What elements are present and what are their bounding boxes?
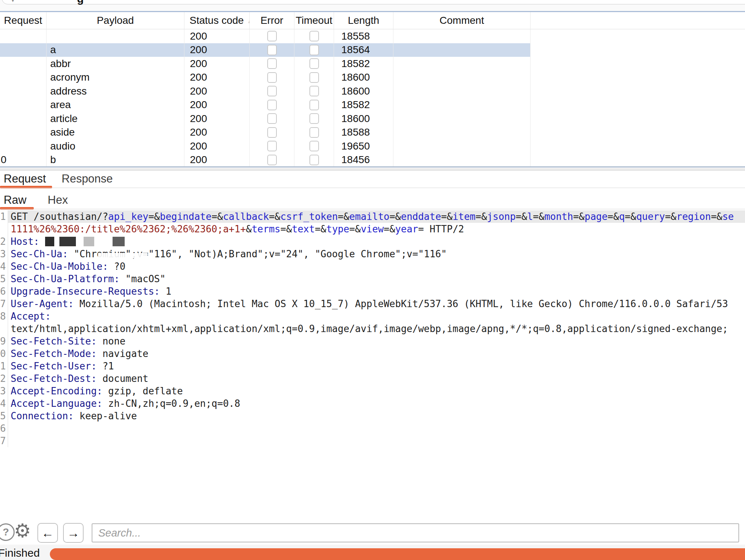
error-checkbox[interactable] <box>267 127 277 138</box>
help-icon[interactable]: ? <box>0 523 15 541</box>
error-checkbox[interactable] <box>267 86 277 96</box>
line-content <box>8 422 745 435</box>
tab-raw[interactable]: Raw <box>4 194 26 207</box>
request-line: 5Connection: keep-alive <box>0 410 745 422</box>
cell-timeout <box>294 84 334 98</box>
column-header-timeout[interactable]: Timeout <box>294 12 334 29</box>
column-header-request[interactable]: Request <box>0 12 47 29</box>
cell-request <box>0 43 47 57</box>
code-segment-name: Accept-Encoding: <box>11 386 102 397</box>
code-segment-plain: =& <box>625 211 636 222</box>
line-number: 0 <box>0 347 8 360</box>
cell-payload: audio <box>47 139 184 153</box>
cell-status-code: 200 <box>184 71 250 85</box>
raw-request-editor[interactable]: 1GET /southasian/?api_key=&begindate=&ca… <box>0 210 745 518</box>
left-arrow-icon: ← <box>41 526 54 540</box>
error-checkbox[interactable] <box>267 58 277 69</box>
cell-payload: b <box>47 153 184 167</box>
splitter-bar[interactable] <box>0 166 745 167</box>
cell-request <box>0 98 47 112</box>
line-number: 5 <box>0 273 8 285</box>
code-segment-red: 1111%26%2360:/title%26%2362;%26%2360;a+1… <box>11 224 246 235</box>
next-match-button[interactable]: → <box>63 523 84 543</box>
error-checkbox[interactable] <box>267 31 277 41</box>
code-segment-param: enddate <box>401 211 441 222</box>
code-segment-plain: =& <box>476 211 487 222</box>
cell-request <box>0 71 47 85</box>
code-segment-plain: =& <box>315 224 326 235</box>
request-line: 6Upgrade-Insecure-Requests: 1 <box>0 285 745 298</box>
error-checkbox[interactable] <box>267 155 277 165</box>
timeout-checkbox[interactable] <box>309 31 319 41</box>
table-row[interactable]: aside20018588 <box>0 126 531 140</box>
column-header-length[interactable]: Length <box>334 12 393 29</box>
cell-timeout <box>294 98 334 112</box>
intruder-results-table: RequestPayloadStatus code∧ErrorTimeoutLe… <box>0 11 745 166</box>
format-tabs: RawHex <box>0 194 745 209</box>
cell-request <box>0 112 47 126</box>
table-row[interactable]: 0b20018456 <box>0 153 531 167</box>
attack-status-label: Finished <box>0 547 40 559</box>
tab-response[interactable]: Response <box>62 172 113 185</box>
code-segment-plain: =& <box>608 211 619 222</box>
cell-comment <box>393 71 531 85</box>
timeout-checkbox[interactable] <box>309 86 319 96</box>
panel-splitter[interactable] <box>0 166 745 172</box>
error-checkbox[interactable] <box>267 113 277 124</box>
error-checkbox[interactable] <box>267 45 277 55</box>
table-row[interactable]: article20018600 <box>0 112 531 126</box>
request-line: 5Sec-Ch-Ua-Platform: "macOS" <box>0 273 745 285</box>
request-line: 6 <box>0 422 745 435</box>
code-segment-plain: =& <box>665 211 676 222</box>
code-segment-plain: =& <box>389 211 401 222</box>
column-header-error[interactable]: Error <box>250 12 294 29</box>
cell-payload: article <box>47 112 184 126</box>
header-filler <box>531 12 745 29</box>
cell-comment <box>393 126 531 140</box>
table-row[interactable]: abbr20018582 <box>0 57 531 71</box>
cell-payload: a <box>47 43 184 57</box>
table-row[interactable]: address20018600 <box>0 84 531 98</box>
code-segment-plain: =& <box>338 211 349 222</box>
cell-length: 19650 <box>334 139 393 153</box>
timeout-checkbox[interactable] <box>309 155 319 165</box>
previous-match-button[interactable]: ← <box>37 523 58 543</box>
column-header-payload[interactable]: Payload <box>47 12 184 29</box>
gear-icon[interactable]: ⚙ <box>14 520 31 542</box>
code-segment-param: callback <box>223 211 269 222</box>
table-row[interactable]: a20018564 <box>0 43 531 57</box>
search-input[interactable] <box>92 523 739 542</box>
line-content: Accept: <box>8 310 745 323</box>
table-row[interactable]: acronym20018600 <box>0 71 531 85</box>
table-row[interactable]: area20018582 <box>0 98 531 112</box>
redaction-smudge <box>98 253 147 258</box>
tab-hex[interactable]: Hex <box>48 194 68 207</box>
message-tabs: RequestResponse <box>0 172 745 188</box>
cell-status-code: 200 <box>184 29 250 43</box>
line-content <box>8 435 745 447</box>
cell-status-code: 200 <box>184 57 250 71</box>
column-header-status-code[interactable]: Status code∧ <box>184 12 250 29</box>
error-checkbox[interactable] <box>267 100 277 110</box>
table-row[interactable]: audio20019650 <box>0 139 531 153</box>
column-header-label: Status code <box>190 15 244 26</box>
code-segment-plain: = <box>418 224 424 235</box>
timeout-checkbox[interactable] <box>309 127 319 138</box>
error-checkbox[interactable] <box>267 72 277 83</box>
timeout-checkbox[interactable] <box>309 58 319 69</box>
timeout-checkbox[interactable] <box>309 45 319 55</box>
line-number: 2 <box>0 235 8 248</box>
table-row[interactable]: 20018558 <box>0 29 531 43</box>
timeout-checkbox[interactable] <box>309 141 319 151</box>
tab-request[interactable]: Request <box>4 172 46 185</box>
cell-comment <box>393 112 531 126</box>
column-header-comment[interactable]: Comment <box>393 12 531 29</box>
timeout-checkbox[interactable] <box>309 100 319 110</box>
line-content: GET /southasian/?api_key=&begindate=&cal… <box>8 210 745 223</box>
cell-error <box>250 43 294 57</box>
cell-comment <box>393 57 531 71</box>
error-checkbox[interactable] <box>267 141 277 151</box>
timeout-checkbox[interactable] <box>309 113 319 124</box>
cell-timeout <box>294 71 334 85</box>
timeout-checkbox[interactable] <box>309 72 319 83</box>
